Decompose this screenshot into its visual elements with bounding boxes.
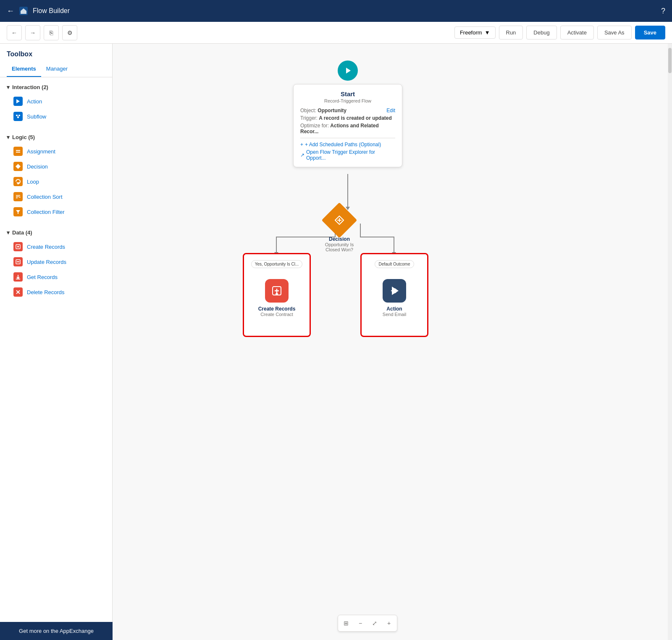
- svg-line-5: [17, 116, 18, 117]
- subflow-icon: [13, 112, 23, 121]
- help-button[interactable]: ?: [661, 7, 665, 16]
- svg-marker-32: [346, 68, 351, 74]
- sidebar-item-subflow[interactable]: Subflow: [0, 109, 112, 124]
- toolbox-title: Toolbox: [0, 44, 112, 61]
- sidebar-item-action[interactable]: Action: [0, 94, 112, 109]
- svg-point-39: [276, 293, 278, 295]
- section-logic-header[interactable]: ▾ Logic (5): [0, 131, 112, 144]
- sidebar-tabs: Elements Manager: [0, 61, 112, 77]
- svg-marker-9: [16, 164, 21, 169]
- svg-line-6: [18, 116, 19, 117]
- sidebar-item-label: Create Records: [27, 244, 65, 250]
- create-records-icon: [13, 242, 23, 251]
- start-card-subtitle: Record-Triggered Flow: [300, 98, 395, 103]
- save-button[interactable]: Save: [635, 26, 665, 40]
- top-nav: ← Flow Builder ?: [0, 0, 672, 22]
- plus-icon: +: [300, 142, 303, 147]
- branch-box-right[interactable]: Default Outcome Action Send Email: [360, 253, 428, 337]
- sidebar-item-label: Assignment: [27, 148, 55, 155]
- external-link-icon: ↗: [300, 152, 304, 158]
- start-card-object-row: Object: Opportunity Edit: [300, 108, 395, 113]
- decision-node[interactable]: Decision Opportunity Is Closed Won?: [327, 208, 356, 252]
- canvas-scrollbar[interactable]: [668, 44, 672, 640]
- edit-link[interactable]: Edit: [386, 108, 395, 113]
- sidebar-item-decision[interactable]: Decision: [0, 159, 112, 174]
- chevron-down-icon: ▾: [7, 134, 10, 140]
- section-logic: ▾ Logic (5) Assignment Decisi: [0, 127, 112, 223]
- sidebar-item-label: Collection Sort: [27, 194, 63, 200]
- create-records-sublabel: Create Contract: [260, 312, 293, 317]
- branch-label-right: Default Outcome: [375, 260, 414, 268]
- tab-manager[interactable]: Manager: [41, 61, 73, 77]
- zoom-out-button[interactable]: −: [354, 617, 367, 629]
- sidebar-item-get-records[interactable]: Get Records: [0, 269, 112, 284]
- loop-icon: [13, 177, 23, 186]
- branch-box-left[interactable]: Yes, Opportunity Is Cl... Create Records…: [243, 253, 311, 337]
- sidebar-item-label: Collection Filter: [27, 209, 65, 215]
- redo-button[interactable]: →: [25, 25, 40, 40]
- save-as-button[interactable]: Save As: [597, 26, 632, 40]
- toolbar: ← → ⎘ ⚙ Freeform ▼ Run Debug Activate Sa…: [0, 22, 672, 44]
- start-card-title: Start: [300, 90, 395, 97]
- chevron-down-icon: ▾: [7, 229, 10, 236]
- decision-sublabel: Opportunity Is Closed Won?: [323, 242, 356, 252]
- fit-button[interactable]: ⤢: [368, 617, 381, 629]
- sidebar-item-label: Update Records: [27, 259, 66, 265]
- action-type-label: Action: [386, 306, 402, 312]
- undo-button[interactable]: ←: [7, 25, 22, 40]
- start-card-optimize-row: Optimize for: Actions and Related Recor.…: [300, 123, 395, 134]
- add-paths-link[interactable]: + + Add Scheduled Paths (Optional): [300, 142, 395, 147]
- canvas-area[interactable]: Start Record-Triggered Flow Object: Oppo…: [113, 44, 672, 640]
- sidebar-item-label: Get Records: [27, 274, 58, 280]
- run-button[interactable]: Run: [499, 26, 523, 40]
- sidebar-item-label: Delete Records: [27, 289, 65, 295]
- zoom-controls: ⊞ − ⤢ +: [338, 615, 397, 632]
- zoom-in-button[interactable]: +: [383, 617, 395, 629]
- settings-button[interactable]: ⚙: [62, 25, 77, 40]
- appexchange-banner[interactable]: Get more on the AppExchange: [0, 622, 113, 640]
- copy-button[interactable]: ⎘: [44, 25, 59, 40]
- sidebar-item-create-records[interactable]: Create Records: [0, 239, 112, 254]
- svg-rect-2: [16, 115, 18, 116]
- activate-button[interactable]: Activate: [560, 26, 594, 40]
- start-trigger-icon: [338, 61, 358, 81]
- sidebar-item-label: Subflow: [27, 113, 46, 120]
- app-title: Flow Builder: [33, 7, 70, 15]
- svg-marker-15: [16, 210, 20, 214]
- section-interaction-header[interactable]: ▾ Interaction (2): [0, 81, 112, 94]
- svg-marker-10: [17, 183, 19, 184]
- sidebar-item-collection-filter[interactable]: Collection Filter: [0, 204, 112, 219]
- start-card[interactable]: Start Record-Triggered Flow Object: Oppo…: [293, 84, 402, 167]
- action-icon: [13, 97, 23, 106]
- section-data-header[interactable]: ▾ Data (4): [0, 226, 112, 239]
- canvas-scroll-thumb: [668, 48, 672, 73]
- sidebar-item-assignment[interactable]: Assignment: [0, 144, 112, 159]
- app-icon: [19, 7, 28, 15]
- create-records-label: Create Records: [258, 306, 296, 312]
- sidebar-item-collection-sort[interactable]: Collection Sort: [0, 189, 112, 204]
- sidebar-item-delete-records[interactable]: Delete Records: [0, 284, 112, 300]
- svg-rect-4: [17, 117, 19, 118]
- sidebar-item-update-records[interactable]: Update Records: [0, 254, 112, 269]
- svg-marker-1: [16, 99, 20, 103]
- main-layout: Toolbox Elements Manager ▾ Interaction (…: [0, 44, 672, 640]
- sidebar-item-label: Action: [27, 98, 42, 105]
- collection-sort-icon: [13, 192, 23, 201]
- collection-filter-icon: [13, 207, 23, 216]
- sidebar-item-label: Loop: [27, 179, 39, 185]
- debug-button[interactable]: Debug: [526, 26, 556, 40]
- start-card-trigger-row: Trigger: A record is created or updated: [300, 115, 395, 121]
- chevron-down-icon: ▾: [7, 84, 10, 90]
- tab-elements[interactable]: Elements: [7, 61, 41, 77]
- view-selector[interactable]: Freeform ▼: [454, 26, 496, 39]
- sidebar-item-label: Decision: [27, 163, 48, 170]
- branch-label-left: Yes, Opportunity Is Cl...: [251, 260, 303, 268]
- sidebar-item-loop[interactable]: Loop: [0, 174, 112, 189]
- grid-button[interactable]: ⊞: [340, 617, 352, 629]
- assignment-icon: [13, 147, 23, 156]
- action-node: [383, 279, 406, 303]
- delete-records-icon: [13, 287, 23, 297]
- back-button[interactable]: ←: [7, 7, 14, 16]
- svg-marker-14: [19, 196, 21, 198]
- open-explorer-link[interactable]: ↗ Open Flow Trigger Explorer for Opport.…: [300, 149, 395, 161]
